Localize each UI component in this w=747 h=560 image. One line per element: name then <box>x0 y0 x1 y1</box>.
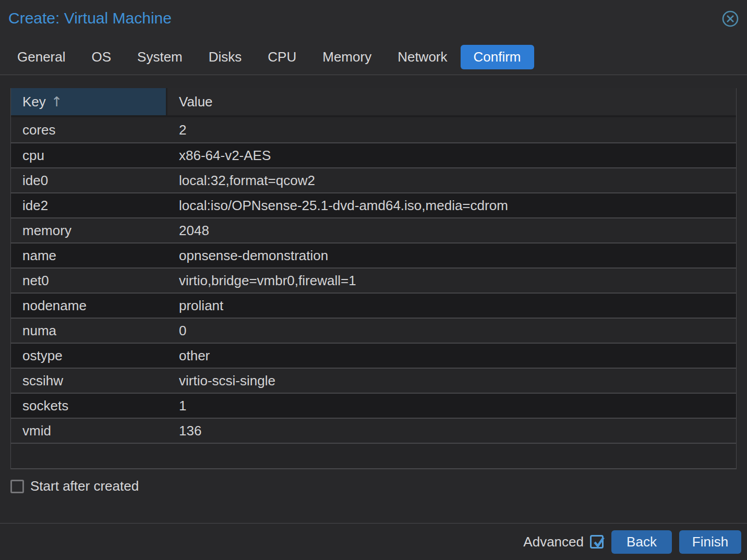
tab-os[interactable]: OS <box>79 45 125 69</box>
start-after-created-checkbox[interactable] <box>10 480 24 493</box>
tab-memory[interactable]: Memory <box>309 45 384 69</box>
tab-disks[interactable]: Disks <box>196 45 255 69</box>
tab-system[interactable]: System <box>124 45 196 69</box>
dialog-footer: Advanced Back Finish <box>0 523 747 560</box>
table-row[interactable]: cores 2 <box>11 117 736 142</box>
create-vm-dialog: Create: Virtual Machine General OS Syste… <box>0 0 747 560</box>
row-value: 1 <box>167 398 736 414</box>
row-value: local:32,format=qcow2 <box>167 173 736 189</box>
row-value: local:iso/OPNsense-25.1-dvd-amd64.iso,me… <box>167 198 736 214</box>
row-value: 0 <box>167 323 736 339</box>
row-key: numa <box>11 323 167 339</box>
row-key: sockets <box>11 398 167 414</box>
column-header-value-label: Value <box>179 94 213 110</box>
start-after-created-field[interactable]: Start after created <box>10 478 139 494</box>
row-key: vmid <box>11 423 167 439</box>
advanced-checkbox[interactable] <box>590 535 604 549</box>
settings-summary-table: Key ↑ Value cores 2 cpu x86-64-v2-AES id… <box>10 88 737 469</box>
table-body: cores 2 cpu x86-64-v2-AES ide0 local:32,… <box>11 117 736 443</box>
table-row[interactable]: sockets 1 <box>11 393 736 418</box>
row-value: other <box>167 348 736 364</box>
column-header-value[interactable]: Value <box>167 88 736 115</box>
back-button[interactable]: Back <box>611 530 672 554</box>
column-header-key[interactable]: Key ↑ <box>11 88 167 115</box>
table-row[interactable]: numa 0 <box>11 318 736 343</box>
row-value: virtio-scsi-single <box>167 373 736 389</box>
row-value: x86-64-v2-AES <box>167 148 736 164</box>
table-row[interactable]: nodename proliant <box>11 293 736 318</box>
tab-network[interactable]: Network <box>384 45 460 69</box>
sort-ascending-icon: ↑ <box>51 94 63 109</box>
row-value: 2 <box>167 122 736 138</box>
table-row[interactable]: ide2 local:iso/OPNsense-25.1-dvd-amd64.i… <box>11 192 736 217</box>
table-row[interactable]: scsihw virtio-scsi-single <box>11 368 736 393</box>
row-value: virtio,bridge=vmbr0,firewall=1 <box>167 273 736 289</box>
row-key: scsihw <box>11 373 167 389</box>
confirm-panel: Key ↑ Value cores 2 cpu x86-64-v2-AES id… <box>0 88 747 494</box>
row-value: proliant <box>167 298 736 314</box>
tab-cpu[interactable]: CPU <box>255 45 309 69</box>
row-key: ide2 <box>11 198 167 214</box>
table-row[interactable]: name opnsense-demonstration <box>11 242 736 267</box>
table-row[interactable]: net0 virtio,bridge=vmbr0,firewall=1 <box>11 267 736 293</box>
start-after-created-label: Start after created <box>30 478 139 494</box>
tab-general[interactable]: General <box>4 45 79 69</box>
row-key: cores <box>11 122 167 138</box>
row-value: 136 <box>167 423 736 439</box>
close-icon <box>721 22 740 30</box>
row-key: nodename <box>11 298 167 314</box>
advanced-field[interactable]: Advanced <box>523 534 604 550</box>
table-header-row: Key ↑ Value <box>11 88 736 117</box>
table-row[interactable]: ide0 local:32,format=qcow2 <box>11 167 736 192</box>
table-row[interactable]: ostype other <box>11 343 736 368</box>
row-key: ide0 <box>11 173 167 189</box>
row-key: net0 <box>11 273 167 289</box>
row-key: ostype <box>11 348 167 364</box>
row-key: memory <box>11 223 167 239</box>
tab-confirm[interactable]: Confirm <box>461 45 534 69</box>
finish-button[interactable]: Finish <box>679 530 741 554</box>
table-row[interactable]: vmid 136 <box>11 418 736 443</box>
row-value: 2048 <box>167 223 736 239</box>
row-key: cpu <box>11 148 167 164</box>
wizard-tabbar: General OS System Disks CPU Memory Netwo… <box>4 45 534 69</box>
close-button[interactable] <box>721 9 740 28</box>
dialog-header: Create: Virtual Machine General OS Syste… <box>0 0 747 75</box>
dialog-title: Create: Virtual Machine <box>8 9 172 27</box>
column-header-key-label: Key <box>22 94 46 110</box>
table-empty-space <box>11 443 736 468</box>
advanced-label: Advanced <box>523 534 584 550</box>
row-value: opnsense-demonstration <box>167 248 736 264</box>
row-key: name <box>11 248 167 264</box>
table-row[interactable]: memory 2048 <box>11 217 736 242</box>
table-row[interactable]: cpu x86-64-v2-AES <box>11 142 736 167</box>
